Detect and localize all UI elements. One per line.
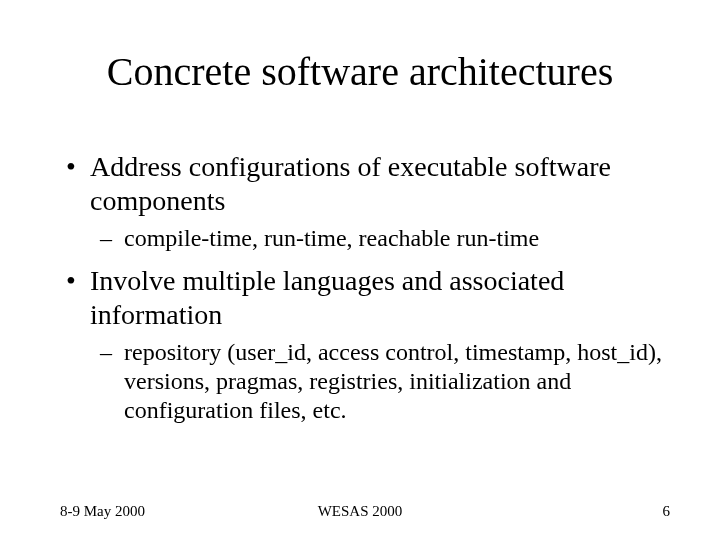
bullet-text: Address configurations of executable sof… (90, 151, 611, 216)
dash-icon: – (100, 224, 112, 253)
bullet-text: Involve multiple languages and associate… (90, 265, 564, 330)
bullet-item: • Address configurations of executable s… (60, 150, 670, 218)
bullet-item: • Involve multiple languages and associa… (60, 264, 670, 332)
sub-bullet-text: compile-time, run-time, reachable run-ti… (124, 225, 539, 251)
bullet-dot-icon: • (66, 150, 76, 184)
footer-page-number: 6 (663, 503, 671, 520)
slide-title: Concrete software architectures (0, 48, 720, 95)
slide: Concrete software architectures • Addres… (0, 0, 720, 540)
dash-icon: – (100, 338, 112, 367)
sub-bullet-item: – repository (user_id, access control, t… (60, 338, 670, 426)
footer-event: WESAS 2000 (0, 503, 720, 520)
sub-bullet-text: repository (user_id, access control, tim… (124, 339, 662, 424)
sub-bullet-item: – compile-time, run-time, reachable run-… (60, 224, 670, 253)
bullet-dot-icon: • (66, 264, 76, 298)
slide-body: • Address configurations of executable s… (60, 150, 670, 436)
